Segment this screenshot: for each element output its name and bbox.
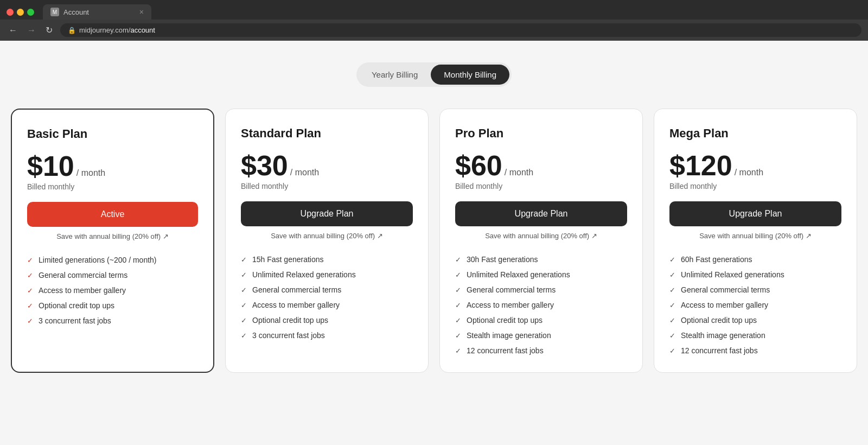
tab-title: Account (63, 8, 89, 16)
feature-item: ✓ Unlimited Relaxed generations (669, 270, 841, 279)
check-icon: ✓ (669, 256, 675, 264)
feature-item: ✓ 3 concurrent fast jobs (241, 331, 413, 340)
upgrade-plan-button[interactable]: Upgrade Plan (241, 201, 413, 226)
toggle-container: Yearly Billing Monthly Billing (356, 62, 512, 87)
feature-text: Access to member gallery (39, 286, 126, 295)
feature-item: ✓ 3 concurrent fast jobs (27, 316, 198, 325)
feature-text: Stealth image generation (681, 331, 765, 340)
check-icon: ✓ (669, 316, 675, 325)
feature-item: ✓ General commercial terms (27, 271, 198, 279)
check-icon: ✓ (241, 301, 247, 309)
feature-item: ✓ General commercial terms (669, 285, 841, 294)
check-icon: ✓ (669, 332, 675, 340)
feature-text: General commercial terms (252, 285, 341, 294)
tab-close-button[interactable]: × (139, 8, 144, 16)
save-annual-link[interactable]: Save with annual billing (20% off) ↗ (241, 232, 413, 240)
tab-favicon: M (50, 8, 59, 16)
plan-name: Pro Plan (455, 126, 627, 141)
feature-text: Optional credit top ups (252, 316, 328, 325)
fullscreen-window-button[interactable] (27, 9, 34, 16)
refresh-button[interactable]: ↻ (43, 24, 55, 36)
plan-price: $30 / month (241, 151, 413, 180)
check-icon: ✓ (241, 316, 247, 325)
price-period: / month (76, 168, 105, 178)
address-text: midjourney.com/account (79, 26, 155, 34)
save-annual-link[interactable]: Save with annual billing (20% off) ↗ (27, 232, 198, 240)
feature-text: 12 concurrent fast jobs (681, 346, 758, 355)
feature-item: ✓ Access to member gallery (455, 301, 627, 309)
feature-text: 15h Fast generations (252, 255, 324, 264)
feature-text: Limited generations (~200 / month) (39, 256, 157, 264)
feature-text: Optional credit top ups (681, 316, 757, 325)
feature-text: 60h Fast generations (681, 255, 752, 264)
features-list: ✓ 15h Fast generations ✓ Unlimited Relax… (241, 255, 413, 340)
feature-text: 30h Fast generations (467, 255, 538, 264)
back-button[interactable]: ← (7, 24, 20, 36)
save-annual-link[interactable]: Save with annual billing (20% off) ↗ (455, 232, 627, 240)
feature-item: ✓ General commercial terms (241, 285, 413, 294)
feature-text: Unlimited Relaxed generations (252, 270, 356, 279)
feature-text: 3 concurrent fast jobs (39, 316, 111, 325)
features-list: ✓ Limited generations (~200 / month) ✓ G… (27, 256, 198, 325)
plan-card-pro: Pro Plan $60 / month Billed monthly Upgr… (439, 109, 643, 373)
billed-text: Billed monthly (669, 182, 841, 190)
billing-toggle: Yearly Billing Monthly Billing (11, 62, 857, 87)
price-amount: $120 (669, 151, 732, 180)
price-period: / month (290, 168, 319, 177)
browser-chrome: M Account × ← → ↻ 🔒 midjourney.com/accou… (0, 0, 868, 41)
plan-name: Standard Plan (241, 126, 413, 141)
close-window-button[interactable] (7, 9, 14, 16)
minimize-window-button[interactable] (17, 9, 24, 16)
price-amount: $60 (455, 151, 502, 180)
feature-item: ✓ 12 concurrent fast jobs (455, 346, 627, 355)
feature-item: ✓ Unlimited Relaxed generations (455, 270, 627, 279)
monthly-billing-option[interactable]: Monthly Billing (431, 65, 509, 85)
check-icon: ✓ (669, 286, 675, 294)
price-period: / month (505, 168, 533, 177)
feature-item: ✓ Stealth image generation (669, 331, 841, 340)
feature-item: ✓ Stealth image generation (455, 331, 627, 340)
check-icon: ✓ (669, 301, 675, 309)
upgrade-plan-button[interactable]: Upgrade Plan (669, 201, 841, 226)
upgrade-plan-button[interactable]: Upgrade Plan (455, 201, 627, 226)
features-list: ✓ 60h Fast generations ✓ Unlimited Relax… (669, 255, 841, 355)
lock-icon: 🔒 (68, 27, 76, 34)
feature-text: Optional credit top ups (39, 301, 114, 310)
check-icon: ✓ (27, 317, 33, 325)
plan-name: Mega Plan (669, 126, 841, 141)
plan-card-mega: Mega Plan $120 / month Billed monthly Up… (654, 109, 857, 373)
plan-name: Basic Plan (27, 127, 198, 141)
plan-price: $120 / month (669, 151, 841, 180)
check-icon: ✓ (455, 316, 461, 325)
check-icon: ✓ (455, 347, 461, 355)
yearly-billing-option[interactable]: Yearly Billing (359, 65, 431, 85)
browser-tab[interactable]: M Account × (43, 4, 151, 20)
traffic-lights (7, 9, 34, 16)
feature-text: Access to member gallery (467, 301, 554, 309)
feature-item: ✓ Access to member gallery (669, 301, 841, 309)
check-icon: ✓ (455, 286, 461, 294)
feature-text: Stealth image generation (467, 331, 551, 340)
feature-item: ✓ Access to member gallery (27, 286, 198, 295)
plan-price: $10 / month (27, 152, 198, 180)
feature-item: ✓ Optional credit top ups (455, 316, 627, 325)
plans-grid: Basic Plan $10 / month Billed monthly Ac… (11, 109, 857, 373)
feature-text: Optional credit top ups (467, 316, 542, 325)
feature-text: Access to member gallery (252, 301, 340, 309)
check-icon: ✓ (241, 332, 247, 340)
save-annual-link[interactable]: Save with annual billing (20% off) ↗ (669, 232, 841, 240)
active-plan-button[interactable]: Active (27, 202, 198, 227)
check-icon: ✓ (27, 271, 33, 279)
feature-text: Unlimited Relaxed generations (467, 270, 570, 279)
billed-text: Billed monthly (241, 182, 413, 190)
feature-item: ✓ Limited generations (~200 / month) (27, 256, 198, 264)
feature-text: General commercial terms (39, 271, 127, 279)
feature-text: Unlimited Relaxed generations (681, 270, 784, 279)
check-icon: ✓ (455, 332, 461, 340)
feature-text: 3 concurrent fast jobs (252, 331, 325, 340)
address-bar[interactable]: 🔒 midjourney.com/account (60, 23, 861, 37)
feature-item: ✓ 60h Fast generations (669, 255, 841, 264)
check-icon: ✓ (455, 271, 461, 279)
feature-item: ✓ Optional credit top ups (241, 316, 413, 325)
forward-button[interactable]: → (25, 24, 38, 36)
